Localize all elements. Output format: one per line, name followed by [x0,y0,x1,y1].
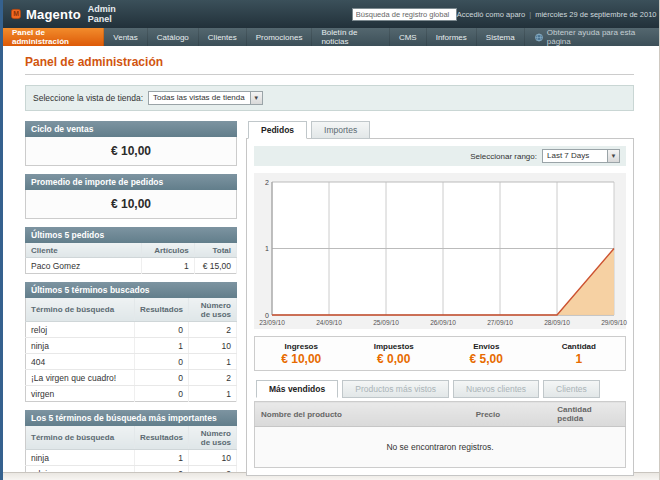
stat-label: Envíos [440,342,533,351]
chevron-down-icon: ▼ [607,150,619,162]
magento-logo-icon: M [11,6,21,22]
browser-window: M Magento Admin Panel Accedió como aparo… [0,0,660,480]
average-order-value: € 10,00 [25,190,237,219]
orders-chart: 01223/09/1024/09/1025/09/1026/09/1027/09… [256,176,622,328]
empty-row: No se encontraron registros. [255,427,626,468]
widget-average-order: Promedio de importe de pedidos € 10,00 [25,174,237,219]
table-row[interactable]: 404 0 1 [26,354,237,370]
bestsellers-table: Nombre del producto Precio Cantidad pedi… [254,401,626,468]
tab-orders[interactable]: Pedidos [248,121,307,139]
cell-term: 404 [26,354,135,370]
column-header: Número de usos [189,426,237,450]
widget-top-search-terms: Los 5 términos de búsqueda más important… [25,410,237,480]
column-header: Término de búsqueda [26,298,135,322]
cell-uses: 10 [189,450,237,466]
cell-uses: 10 [189,338,237,354]
column-header: Cantidad pedida [551,402,625,427]
orders-chart-area: 01223/09/1024/09/1025/09/1026/09/1027/09… [254,173,626,329]
cell-customer: Paco Gomez [26,258,142,274]
store-view-select[interactable]: Todas las vistas de tienda ▼ [148,91,263,105]
nav-item-system[interactable]: Sistema [477,28,525,46]
svg-text:25/09/10: 25/09/10 [373,319,399,326]
range-bar: Seleccionar rango: Last 7 Days ▼ [254,146,626,166]
sales-cycle-value: € 10,00 [25,137,237,166]
store-view-bar: Seleccione la vista de tienda: Todas las… [25,85,634,111]
table-row[interactable]: reloj 0 2 [26,322,237,338]
cell-results: 0 [134,322,188,338]
svg-text:27/09/10: 27/09/10 [487,319,513,326]
stat-label: Ingresos [255,342,348,351]
store-view-selected: Todas las vistas de tienda [149,92,250,104]
stat-value: € 0,00 [348,352,441,366]
widget-title: Últimos 5 términos buscados [25,282,237,298]
cell-uses: 2 [189,370,237,386]
column-header: Nombre del producto [255,402,470,427]
globe-icon [535,33,543,42]
widget-last-orders: Últimos 5 pedidos Cliente Artículos Tota… [25,227,237,274]
nav-item-promotions[interactable]: Promociones [247,28,313,46]
cell-items: 1 [142,258,195,274]
cell-results: 1 [134,450,188,466]
table-row[interactable]: ninja 1 10 [26,450,237,466]
range-label: Seleccionar rango: [470,152,537,161]
chevron-down-icon: ▼ [250,92,262,104]
cell-term: reloj [26,322,135,338]
cell-results: 1 [134,338,188,354]
tab-amounts[interactable]: Importes [311,121,370,139]
widget-sales-cycle: Ciclo de ventas € 10,00 [25,121,237,166]
table-row[interactable]: virgen 0 1 [26,386,237,402]
tab-most-viewed[interactable]: Productos más vistos [342,380,449,398]
svg-text:29/09/10: 29/09/10 [601,319,627,326]
nav-item-customers[interactable]: Clientes [199,28,247,46]
global-search-input[interactable] [352,8,457,21]
current-date: miércoles 29 de septiembre de 2010 [535,10,656,19]
tab-bestsellers[interactable]: Más vendidos [256,380,338,398]
svg-text:M: M [13,10,19,17]
logged-in-text: Accedió como aparo [457,10,525,19]
brand-name: Magento [26,7,81,22]
nav-item-dashboard[interactable]: Panel de administración [3,28,104,46]
tab-customers[interactable]: Clientes [543,380,600,398]
main-nav: Panel de administración Ventas Catálogo … [3,28,659,46]
nav-item-catalog[interactable]: Catálogo [148,28,199,46]
widget-title: Ciclo de ventas [25,121,237,137]
svg-text:0: 0 [265,312,269,319]
table-row[interactable]: ¡La virgen que cuadro! 0 2 [26,370,237,386]
column-header: Precio [470,402,552,427]
column-header: Artículos [142,243,195,258]
table-row[interactable]: ninja 1 10 [26,338,237,354]
cell-total: € 15,00 [194,258,236,274]
products-tabs: Más vendidos Productos más vistos Nuevos… [254,380,626,398]
stat-label: Cantidad [533,342,626,351]
tab-new-customers[interactable]: Nuevos clientes [453,380,539,398]
empty-message: No se encontraron registros. [255,427,626,468]
stat-label: Impuestos [348,342,441,351]
svg-text:1: 1 [265,245,269,252]
stat-value: € 10,00 [255,352,348,366]
range-select[interactable]: Last 7 Days ▼ [542,149,620,163]
cell-uses: 2 [189,322,237,338]
nav-item-reports[interactable]: Informes [427,28,477,46]
cell-term: virgen [26,386,135,402]
column-header: Número de usos [189,298,237,322]
session-info: Accedió como aparo | miércoles 29 de sep… [457,10,660,19]
stat-tax: Impuestos € 0,00 [348,342,441,366]
nav-item-newsletter[interactable]: Boletín de noticias [312,28,389,46]
nav-item-cms[interactable]: CMS [390,28,427,46]
widget-last-search-terms: Últimos 5 términos buscados Término de b… [25,282,237,402]
content-area: Panel de administración Seleccione la vi… [3,46,659,480]
column-header: Total [194,243,236,258]
cell-term: ninja [26,450,135,466]
cell-uses: 1 [189,386,237,402]
table-row[interactable]: Paco Gomez 1 € 15,00 [26,258,237,274]
dashboard-panel: Seleccionar rango: Last 7 Days ▼ 01223/0… [246,138,634,476]
nav-item-sales[interactable]: Ventas [104,28,147,46]
help-link[interactable]: Obtener ayuda para esta página [525,28,659,46]
stat-quantity: Cantidad 1 [533,342,626,366]
help-label: Obtener ayuda para esta página [547,28,649,46]
sidebar-widgets: Ciclo de ventas € 10,00 Promedio de impo… [25,121,237,480]
stat-shipping: Envíos € 5,00 [440,342,533,366]
store-view-label: Seleccione la vista de tienda: [33,93,143,103]
totals-bar: Ingresos € 10,00 Impuestos € 0,00 Envíos… [254,336,626,371]
cell-uses: 1 [189,354,237,370]
